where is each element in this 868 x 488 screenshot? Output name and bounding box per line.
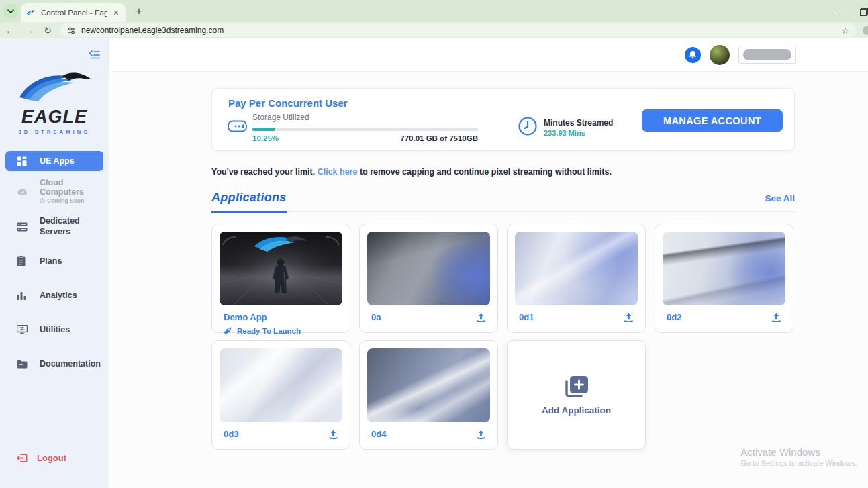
click-here-link[interactable]: Click here bbox=[318, 167, 358, 177]
new-tab-button[interactable]: + bbox=[132, 5, 146, 17]
site-settings-icon[interactable] bbox=[67, 27, 76, 34]
upload-button[interactable] bbox=[476, 430, 486, 439]
user-avatar[interactable] bbox=[710, 45, 730, 65]
upload-button[interactable] bbox=[476, 313, 486, 322]
demo-scene-image bbox=[220, 232, 342, 305]
upload-button[interactable] bbox=[624, 313, 634, 322]
sidebar-item-plans[interactable]: Plans bbox=[0, 250, 109, 273]
top-header bbox=[109, 38, 868, 72]
brand-name: EAGLE bbox=[0, 108, 109, 126]
manage-account-button[interactable]: MANAGE ACCOUNT bbox=[642, 109, 783, 132]
watermark-line2: Go to Settings to activate Windows. bbox=[740, 459, 857, 467]
notifications-button[interactable] bbox=[685, 47, 701, 63]
tab-close-icon[interactable]: × bbox=[112, 8, 120, 17]
profile-icon[interactable] bbox=[863, 26, 868, 35]
add-application-label: Add Application bbox=[542, 405, 611, 416]
coming-soon-badge: Coming Soon bbox=[40, 197, 109, 204]
app-card-demo[interactable]: Demo App Ready To Launch bbox=[211, 224, 350, 333]
forward-button[interactable]: → bbox=[23, 25, 35, 36]
sidebar-item-label: Analytics bbox=[40, 291, 77, 300]
upload-button[interactable] bbox=[771, 313, 781, 322]
eagle-logo-icon bbox=[15, 69, 93, 104]
applications-grid: Demo App Ready To Launch bbox=[211, 224, 795, 450]
folder-icon bbox=[17, 358, 28, 370]
url-text[interactable]: newcontrolpanel.eagle3dstreaming.com bbox=[81, 26, 836, 35]
app-card-0d1[interactable]: 0d1 bbox=[507, 224, 646, 333]
sidebar-item-label: Dedicated Servers bbox=[40, 216, 92, 237]
browser-toolbar: ← → ↻ newcontrolpanel.eagle3dstreaming.c… bbox=[0, 22, 868, 38]
storage-detail: 770.01 GB of 7510GB bbox=[377, 134, 478, 142]
upload-icon bbox=[771, 313, 781, 322]
sidebar-item-analytics[interactable]: Analytics bbox=[0, 284, 109, 307]
app-name: 0d2 bbox=[667, 312, 681, 322]
storage-label: Storage Utilized bbox=[252, 113, 309, 122]
plan-title: Pay Per Concurrent User bbox=[228, 97, 348, 109]
upload-button[interactable] bbox=[328, 430, 338, 439]
app-thumbnail bbox=[515, 232, 638, 305]
utilities-monitor-icon bbox=[17, 324, 28, 336]
sidebar-item-utilities[interactable]: Utilities bbox=[0, 318, 109, 341]
storage-progress-fill bbox=[252, 128, 275, 131]
url-bar[interactable]: newcontrolpanel.eagle3dstreaming.com ☆ bbox=[60, 23, 856, 37]
back-button[interactable]: ← bbox=[4, 25, 16, 36]
app-card-0d2[interactable]: 0d2 bbox=[655, 224, 793, 333]
app-card-0d4[interactable]: 0d4 bbox=[359, 340, 498, 450]
app-thumbnail bbox=[220, 348, 342, 422]
content-area: Pay Per Concurrent User Storage Utilized… bbox=[109, 72, 868, 450]
eagle-favicon bbox=[26, 9, 36, 17]
bell-icon bbox=[689, 50, 697, 59]
see-all-link[interactable]: See All bbox=[765, 193, 795, 211]
app-name: Demo App bbox=[224, 312, 267, 322]
app-card-0d3[interactable]: 0d3 bbox=[211, 340, 350, 450]
screen: Control Panel - Eagle × + ← → ↻ newcontr… bbox=[0, 0, 868, 488]
user-name-box[interactable] bbox=[738, 46, 796, 64]
reload-button[interactable]: ↻ bbox=[42, 25, 54, 36]
minutes-streamed-label: Minutes Streamed bbox=[544, 118, 613, 128]
sidebar-item-label: Utilities bbox=[40, 325, 70, 334]
sidebar-item-ue-apps[interactable]: UE Apps bbox=[5, 151, 103, 171]
app-thumbnail bbox=[367, 232, 490, 305]
clipboard-icon bbox=[17, 256, 28, 267]
app-name: 0d1 bbox=[519, 312, 534, 322]
chevron-down-icon bbox=[7, 9, 14, 14]
window-restore-button[interactable] bbox=[860, 8, 867, 15]
bar-chart-icon bbox=[17, 290, 28, 301]
tab-search-button[interactable] bbox=[3, 4, 18, 19]
app-thumbnail bbox=[220, 232, 342, 305]
storage-icon bbox=[228, 119, 248, 133]
app-card-0a[interactable]: 0a bbox=[359, 224, 498, 333]
window-controls bbox=[834, 0, 868, 22]
sidebar-collapse-button[interactable] bbox=[89, 50, 100, 62]
apps-grid-icon bbox=[17, 156, 28, 167]
app-status: Ready To Launch bbox=[220, 326, 342, 335]
logout-label: Logout bbox=[37, 453, 66, 463]
limit-notice: You've reached your limit. Click here to… bbox=[211, 167, 795, 177]
usage-card: Pay Per Concurrent User Storage Utilized… bbox=[211, 88, 795, 151]
upload-icon bbox=[476, 313, 486, 322]
app-thumbnail bbox=[367, 348, 490, 422]
clock-icon bbox=[518, 116, 538, 136]
sidebar-item-label: Documentation bbox=[40, 359, 101, 369]
minutes-streamed-value: 233.93 Mins bbox=[544, 129, 585, 137]
user-name-redacted bbox=[743, 49, 791, 60]
bookmark-star-icon[interactable]: ☆ bbox=[841, 26, 849, 36]
applications-header: Applications See All bbox=[211, 191, 795, 212]
app-name: 0d3 bbox=[224, 429, 238, 439]
add-application-card[interactable]: Add Application bbox=[507, 340, 646, 450]
sidebar-item-cloud-computers: Cloud Computers Coming Soon bbox=[0, 178, 109, 204]
upload-icon bbox=[624, 313, 634, 322]
sidebar-item-label: Plans bbox=[40, 256, 62, 266]
browser-tab[interactable]: Control Panel - Eagle × bbox=[21, 3, 126, 22]
cloud-icon bbox=[17, 185, 28, 197]
sidebar-item-dedicated-servers[interactable]: Dedicated Servers bbox=[0, 215, 109, 238]
logout-button[interactable]: Logout bbox=[17, 453, 66, 463]
tab-title: Control Panel - Eagle bbox=[41, 9, 107, 17]
window-minimize-button[interactable] bbox=[834, 11, 841, 11]
eagle-logo: EAGLE 3D STREAMING bbox=[0, 69, 109, 135]
app-status-text: Ready To Launch bbox=[237, 327, 301, 335]
rocket-icon bbox=[224, 326, 232, 335]
sidebar-item-documentation[interactable]: Documentation bbox=[0, 352, 109, 375]
add-application-icon bbox=[564, 375, 589, 399]
sidebar: EAGLE 3D STREAMING UE Apps Cloud Compute… bbox=[0, 38, 109, 488]
collapse-sidebar-icon bbox=[89, 50, 100, 59]
